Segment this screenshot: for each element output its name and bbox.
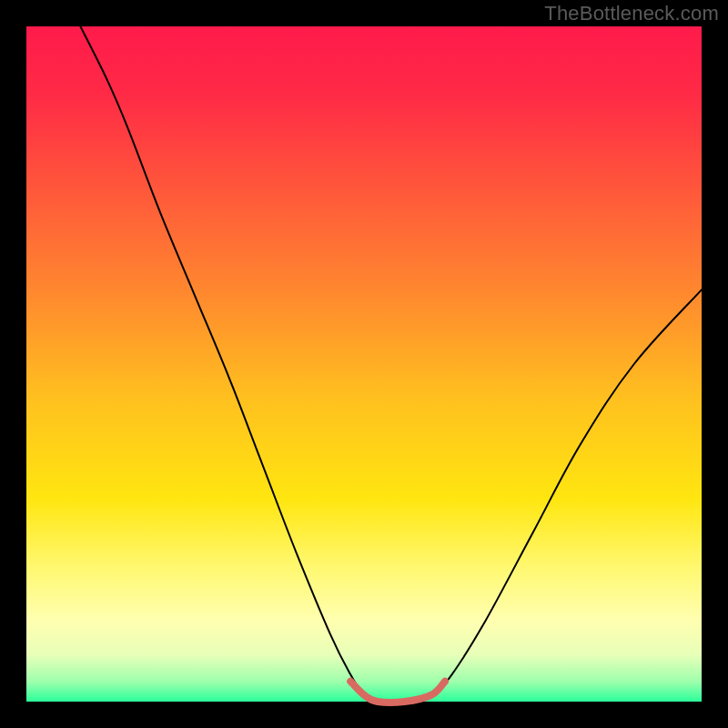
chart-frame: TheBottleneck.com xyxy=(0,0,728,728)
watermark-text: TheBottleneck.com xyxy=(544,2,719,25)
bottleneck-chart xyxy=(0,0,728,728)
